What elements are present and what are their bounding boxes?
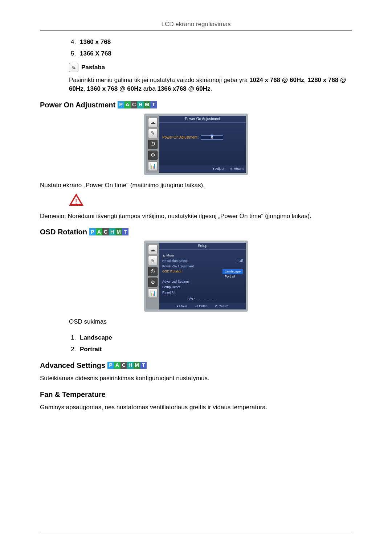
side-icon-3: ⏱ — [148, 140, 158, 149]
badge-t: T — [150, 101, 157, 108]
osd-footer: ♦ Move ⏎ Enter ↺ Return — [159, 303, 246, 310]
fan-desc: Gaminys apsaugomas, nes nustatomas venti… — [40, 403, 352, 412]
side-icon-4: ⚙ — [148, 151, 158, 160]
side-icon-5: 📊 — [148, 161, 158, 171]
menu-sreset: Setup Reset — [162, 285, 180, 290]
rotation-options: Landscape Portrait — [69, 333, 352, 354]
resolution-4: 1360 x 768 — [80, 38, 111, 45]
footer-enter: ⏎ Enter — [195, 304, 207, 309]
mode-badges: P A C H M T — [118, 101, 157, 108]
badge-a: A — [124, 101, 131, 108]
power-on-desc: Nustato ekrano „Power On time" (maitinim… — [40, 181, 352, 190]
badge-p: P — [107, 362, 114, 369]
osd-setup: ☁ ✎ ⏱ ⚙ 📊 Setup ▲ More Resolution Select… — [144, 241, 248, 312]
mode-badges: P A C H M T — [89, 228, 128, 235]
page-title: LCD ekrano reguliavimas — [40, 20, 352, 29]
resolution-list: 1360 x 768 1366 X 768 — [69, 38, 352, 58]
menu-res: Resolution Select — [162, 259, 188, 263]
footer-rule — [40, 532, 352, 532]
osd-power-on: ☁ ✎ ⏱ ⚙ 📊 Power On Adjustment Power On A… — [144, 114, 248, 175]
header-rule — [40, 30, 352, 30]
advanced-desc: Suteikiamas didesnis pasirinkimas konfig… — [40, 374, 352, 383]
note-icon: ✎ — [69, 63, 78, 72]
advanced-heading: Advanced Settings — [40, 360, 105, 370]
badge-m: M — [115, 228, 122, 235]
footer-return: ↺ Return — [215, 304, 229, 309]
osd-sidebar: ☁ ✎ ⏱ ⚙ 📊 — [146, 243, 159, 309]
badge-c: C — [131, 101, 137, 108]
fan-heading: Fan & Temperature — [40, 389, 106, 399]
side-icon-1: ☁ — [148, 118, 158, 127]
opt-portrait-text: Portrait — [80, 346, 102, 353]
side-icon-5: 📊 — [148, 288, 158, 298]
side-icon-3: ⏱ — [148, 267, 158, 276]
osd-title: Power On Adjustment — [159, 116, 246, 123]
opt-landscape-text: Landscape — [80, 334, 112, 341]
side-icon-2: ✎ — [148, 129, 158, 138]
osd-title: Setup — [159, 243, 246, 250]
badge-c: C — [121, 362, 127, 369]
badge-a: A — [96, 228, 102, 235]
section-power-on: Power On Adjustment P A C H M T — [40, 100, 352, 110]
note-label: Pastaba — [81, 63, 105, 72]
osd-footer: ♦ Adjust ↺ Return — [159, 165, 246, 172]
menu-more: ▲ More — [162, 253, 243, 258]
section-advanced: Advanced Settings P A C H M T — [40, 360, 352, 370]
badge-h: H — [127, 362, 134, 369]
slider-value: 0 — [211, 135, 213, 140]
badge-c: C — [102, 228, 109, 235]
menu-adv: Advanced Settings — [162, 279, 189, 284]
badge-m: M — [144, 101, 150, 108]
sn-label: S/N : — [188, 297, 195, 301]
opt-landscape: Landscape — [222, 269, 243, 274]
side-icon-2: ✎ — [148, 256, 158, 265]
osd-rotation-heading: OSD Rotation — [40, 227, 87, 237]
footer-return: ↺ Return — [230, 167, 244, 171]
warning-icon: ! — [69, 193, 352, 208]
section-fan: Fan & Temperature — [40, 389, 352, 399]
badge-m: M — [134, 362, 140, 369]
osd-slider: 0 — [201, 135, 223, 140]
side-icon-4: ⚙ — [148, 278, 158, 287]
badge-t: T — [140, 362, 147, 369]
side-icon-1: ☁ — [148, 245, 158, 254]
menu-poa: Power On Adjustment — [162, 264, 194, 269]
opt-portrait: Portrait — [222, 274, 237, 279]
badge-p: P — [118, 101, 124, 108]
mode-badges: P A C H M T — [107, 362, 147, 369]
resolution-5: 1366 X 768 — [80, 50, 111, 57]
badge-t: T — [122, 228, 128, 235]
power-on-warning: Dėmesio: Norėdami išvengti įtampos virši… — [40, 212, 352, 221]
menu-res-val: : Off — [237, 259, 243, 263]
badge-h: H — [137, 101, 144, 108]
list-item: Portrait — [78, 345, 352, 354]
section-osd-rotation: OSD Rotation P A C H M T — [40, 227, 352, 237]
list-item: 1360 x 768 — [78, 38, 352, 46]
badge-h: H — [109, 228, 115, 235]
sn-value: -------------------- — [196, 297, 217, 301]
menu-rall: Reset All — [162, 290, 175, 295]
footer-move: ♦ Move — [177, 304, 187, 309]
list-item: 1366 X 768 — [78, 49, 352, 58]
note-text: Pasirinkti meniu galima tik jei nustatyt… — [69, 76, 352, 93]
footer-adjust: ♦ Adjust — [213, 167, 224, 171]
badge-a: A — [114, 362, 121, 369]
badge-p: P — [89, 228, 96, 235]
list-item: Landscape — [78, 333, 352, 342]
menu-rot: OSD Rotation — [162, 269, 183, 279]
power-on-heading: Power On Adjustment — [40, 100, 115, 110]
osd-rotation-desc: OSD sukimas — [69, 317, 352, 326]
osd-sidebar: ☁ ✎ ⏱ ⚙ 📊 — [146, 116, 159, 173]
osd-row-label: Power On Adjustment : — [162, 135, 199, 140]
